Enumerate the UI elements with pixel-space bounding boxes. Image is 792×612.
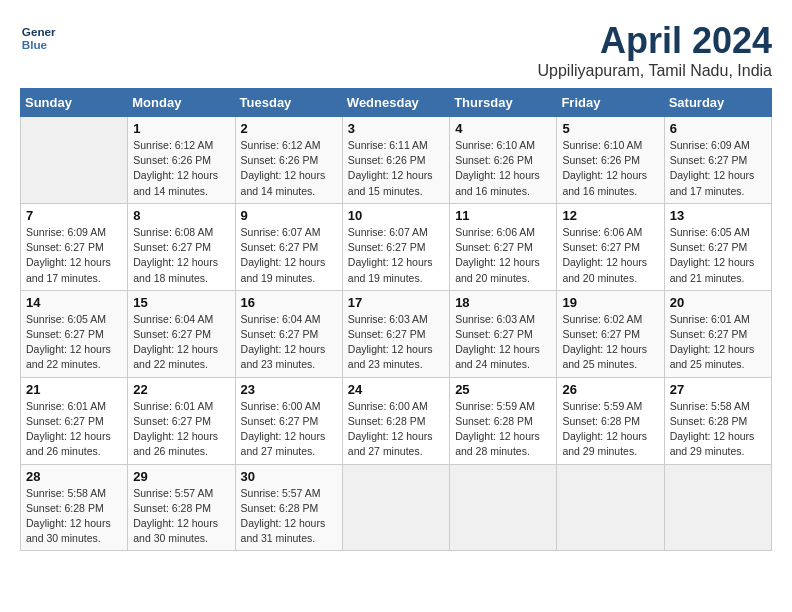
day-number: 28 [26,469,122,484]
svg-text:General: General [22,25,56,38]
calendar-cell [21,117,128,204]
day-number: 20 [670,295,766,310]
header-day-monday: Monday [128,89,235,117]
calendar-cell: 21Sunrise: 6:01 AM Sunset: 6:27 PM Dayli… [21,377,128,464]
calendar-cell: 28Sunrise: 5:58 AM Sunset: 6:28 PM Dayli… [21,464,128,551]
day-number: 19 [562,295,658,310]
day-number: 7 [26,208,122,223]
day-number: 26 [562,382,658,397]
main-title: April 2024 [538,20,772,62]
day-info: Sunrise: 6:04 AM Sunset: 6:27 PM Dayligh… [133,312,229,373]
day-number: 11 [455,208,551,223]
calendar-cell: 18Sunrise: 6:03 AM Sunset: 6:27 PM Dayli… [450,290,557,377]
title-section: April 2024 Uppiliyapuram, Tamil Nadu, In… [538,20,772,80]
day-number: 2 [241,121,337,136]
calendar-cell: 12Sunrise: 6:06 AM Sunset: 6:27 PM Dayli… [557,203,664,290]
calendar-header: SundayMondayTuesdayWednesdayThursdayFrid… [21,89,772,117]
calendar-cell: 6Sunrise: 6:09 AM Sunset: 6:27 PM Daylig… [664,117,771,204]
calendar-cell [664,464,771,551]
day-number: 10 [348,208,444,223]
calendar-cell: 4Sunrise: 6:10 AM Sunset: 6:26 PM Daylig… [450,117,557,204]
header-day-wednesday: Wednesday [342,89,449,117]
calendar-cell: 9Sunrise: 6:07 AM Sunset: 6:27 PM Daylig… [235,203,342,290]
day-number: 30 [241,469,337,484]
calendar-body: 1Sunrise: 6:12 AM Sunset: 6:26 PM Daylig… [21,117,772,551]
calendar-cell: 7Sunrise: 6:09 AM Sunset: 6:27 PM Daylig… [21,203,128,290]
calendar-cell [557,464,664,551]
header-day-friday: Friday [557,89,664,117]
calendar-week-5: 28Sunrise: 5:58 AM Sunset: 6:28 PM Dayli… [21,464,772,551]
calendar-week-1: 1Sunrise: 6:12 AM Sunset: 6:26 PM Daylig… [21,117,772,204]
calendar-cell: 8Sunrise: 6:08 AM Sunset: 6:27 PM Daylig… [128,203,235,290]
day-info: Sunrise: 6:01 AM Sunset: 6:27 PM Dayligh… [133,399,229,460]
day-info: Sunrise: 5:58 AM Sunset: 6:28 PM Dayligh… [26,486,122,547]
day-info: Sunrise: 6:06 AM Sunset: 6:27 PM Dayligh… [455,225,551,286]
calendar-cell: 10Sunrise: 6:07 AM Sunset: 6:27 PM Dayli… [342,203,449,290]
calendar-table: SundayMondayTuesdayWednesdayThursdayFrid… [20,88,772,551]
calendar-cell [342,464,449,551]
day-info: Sunrise: 5:57 AM Sunset: 6:28 PM Dayligh… [241,486,337,547]
day-number: 15 [133,295,229,310]
day-info: Sunrise: 6:11 AM Sunset: 6:26 PM Dayligh… [348,138,444,199]
calendar-cell: 17Sunrise: 6:03 AM Sunset: 6:27 PM Dayli… [342,290,449,377]
day-info: Sunrise: 6:07 AM Sunset: 6:27 PM Dayligh… [348,225,444,286]
day-number: 4 [455,121,551,136]
calendar-cell: 26Sunrise: 5:59 AM Sunset: 6:28 PM Dayli… [557,377,664,464]
day-info: Sunrise: 6:04 AM Sunset: 6:27 PM Dayligh… [241,312,337,373]
day-info: Sunrise: 6:03 AM Sunset: 6:27 PM Dayligh… [455,312,551,373]
day-number: 25 [455,382,551,397]
calendar-cell: 13Sunrise: 6:05 AM Sunset: 6:27 PM Dayli… [664,203,771,290]
day-info: Sunrise: 6:03 AM Sunset: 6:27 PM Dayligh… [348,312,444,373]
day-number: 21 [26,382,122,397]
day-info: Sunrise: 6:12 AM Sunset: 6:26 PM Dayligh… [241,138,337,199]
day-info: Sunrise: 6:12 AM Sunset: 6:26 PM Dayligh… [133,138,229,199]
day-info: Sunrise: 5:59 AM Sunset: 6:28 PM Dayligh… [455,399,551,460]
header-day-saturday: Saturday [664,89,771,117]
day-number: 3 [348,121,444,136]
calendar-week-2: 7Sunrise: 6:09 AM Sunset: 6:27 PM Daylig… [21,203,772,290]
calendar-cell: 24Sunrise: 6:00 AM Sunset: 6:28 PM Dayli… [342,377,449,464]
calendar-cell: 16Sunrise: 6:04 AM Sunset: 6:27 PM Dayli… [235,290,342,377]
day-number: 24 [348,382,444,397]
day-info: Sunrise: 6:05 AM Sunset: 6:27 PM Dayligh… [670,225,766,286]
day-number: 27 [670,382,766,397]
calendar-cell: 3Sunrise: 6:11 AM Sunset: 6:26 PM Daylig… [342,117,449,204]
day-info: Sunrise: 5:57 AM Sunset: 6:28 PM Dayligh… [133,486,229,547]
day-info: Sunrise: 5:59 AM Sunset: 6:28 PM Dayligh… [562,399,658,460]
day-number: 13 [670,208,766,223]
calendar-cell: 23Sunrise: 6:00 AM Sunset: 6:27 PM Dayli… [235,377,342,464]
day-number: 23 [241,382,337,397]
day-number: 17 [348,295,444,310]
header-day-sunday: Sunday [21,89,128,117]
day-number: 1 [133,121,229,136]
calendar-week-3: 14Sunrise: 6:05 AM Sunset: 6:27 PM Dayli… [21,290,772,377]
calendar-cell: 25Sunrise: 5:59 AM Sunset: 6:28 PM Dayli… [450,377,557,464]
calendar-cell: 5Sunrise: 6:10 AM Sunset: 6:26 PM Daylig… [557,117,664,204]
calendar-cell: 14Sunrise: 6:05 AM Sunset: 6:27 PM Dayli… [21,290,128,377]
day-number: 18 [455,295,551,310]
header-day-tuesday: Tuesday [235,89,342,117]
day-number: 6 [670,121,766,136]
day-info: Sunrise: 6:09 AM Sunset: 6:27 PM Dayligh… [26,225,122,286]
logo: General Blue [20,20,56,56]
day-number: 12 [562,208,658,223]
day-info: Sunrise: 6:09 AM Sunset: 6:27 PM Dayligh… [670,138,766,199]
subtitle: Uppiliyapuram, Tamil Nadu, India [538,62,772,80]
calendar-cell: 29Sunrise: 5:57 AM Sunset: 6:28 PM Dayli… [128,464,235,551]
calendar-cell: 30Sunrise: 5:57 AM Sunset: 6:28 PM Dayli… [235,464,342,551]
calendar-cell: 2Sunrise: 6:12 AM Sunset: 6:26 PM Daylig… [235,117,342,204]
day-info: Sunrise: 6:00 AM Sunset: 6:27 PM Dayligh… [241,399,337,460]
day-number: 8 [133,208,229,223]
day-info: Sunrise: 6:08 AM Sunset: 6:27 PM Dayligh… [133,225,229,286]
day-info: Sunrise: 6:01 AM Sunset: 6:27 PM Dayligh… [26,399,122,460]
calendar-cell: 15Sunrise: 6:04 AM Sunset: 6:27 PM Dayli… [128,290,235,377]
day-info: Sunrise: 6:00 AM Sunset: 6:28 PM Dayligh… [348,399,444,460]
day-info: Sunrise: 6:10 AM Sunset: 6:26 PM Dayligh… [455,138,551,199]
day-number: 22 [133,382,229,397]
day-number: 9 [241,208,337,223]
day-info: Sunrise: 6:06 AM Sunset: 6:27 PM Dayligh… [562,225,658,286]
logo-icon: General Blue [20,20,56,56]
header-day-thursday: Thursday [450,89,557,117]
calendar-cell: 22Sunrise: 6:01 AM Sunset: 6:27 PM Dayli… [128,377,235,464]
header-row: SundayMondayTuesdayWednesdayThursdayFrid… [21,89,772,117]
